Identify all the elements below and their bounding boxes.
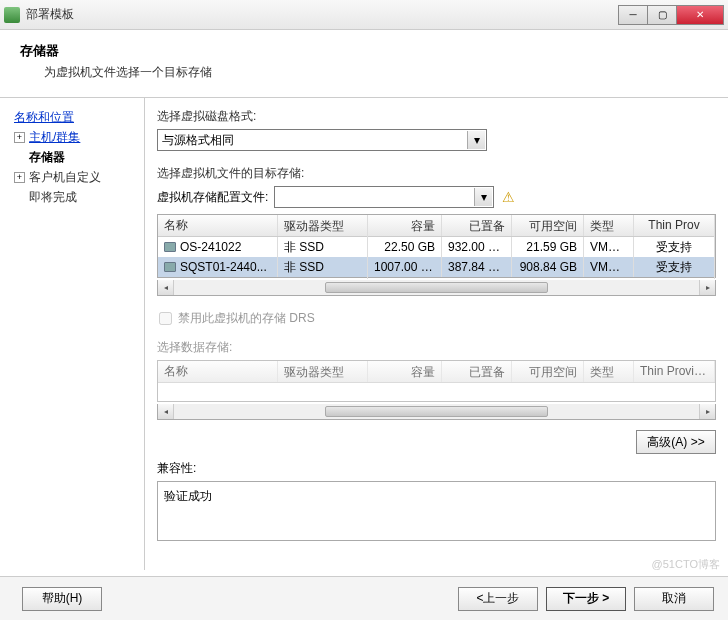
window-title: 部署模板 xyxy=(26,6,619,23)
compatibility-label: 兼容性: xyxy=(157,460,716,477)
close-button[interactable]: ✕ xyxy=(676,5,724,25)
col-thin[interactable]: Thin Prov xyxy=(634,215,715,236)
datastore-select-label: 选择数据存储: xyxy=(157,339,716,356)
disk-format-label: 选择虚拟磁盘格式: xyxy=(157,108,716,125)
step-label: 存储器 xyxy=(29,150,65,164)
main-area: 名称和位置 +主机/群集 存储器 +客户机自定义 即将完成 选择虚拟磁盘格式: … xyxy=(0,98,728,570)
cell-drive: 非 SSD xyxy=(278,256,368,279)
app-icon xyxy=(4,7,20,23)
chevron-down-icon: ▾ xyxy=(474,188,492,206)
step-label: 名称和位置 xyxy=(14,110,74,124)
scroll-left-icon[interactable]: ◂ xyxy=(158,280,174,295)
cell-prov: 387.84 GB xyxy=(442,257,512,277)
col-drive-type[interactable]: 驱动器类型 xyxy=(278,215,368,236)
storage-profile-select[interactable]: ▾ xyxy=(274,186,494,208)
wizard-header: 存储器 为虚拟机文件选择一个目标存储 xyxy=(0,30,728,98)
advanced-row: 高级(A) >> xyxy=(157,430,716,454)
compatibility-box: 验证成功 xyxy=(157,481,716,541)
cancel-button[interactable]: 取消 xyxy=(634,587,714,611)
col-capacity: 容量 xyxy=(368,361,442,382)
scroll-thumb[interactable] xyxy=(325,282,548,293)
wizard-steps-sidebar: 名称和位置 +主机/群集 存储器 +客户机自定义 即将完成 xyxy=(0,98,145,570)
step-label: 即将完成 xyxy=(29,190,77,204)
step-host-cluster[interactable]: +主机/群集 xyxy=(14,128,136,146)
datastore-table: 名称 驱动器类型 容量 已置备 可用空间 类型 Thin Prov OS-241… xyxy=(157,214,716,278)
step-name-location[interactable]: 名称和位置 xyxy=(14,108,136,126)
help-button[interactable]: 帮助(H) xyxy=(22,587,102,611)
col-type[interactable]: 类型 xyxy=(584,215,634,236)
cell-free: 908.84 GB xyxy=(512,257,584,277)
disable-storage-drs-checkbox xyxy=(159,312,172,325)
profile-label: 虚拟机存储配置文件: xyxy=(157,189,268,206)
scroll-right-icon[interactable]: ▸ xyxy=(699,280,715,295)
expand-icon[interactable]: + xyxy=(14,172,25,183)
col-capacity[interactable]: 容量 xyxy=(368,215,442,236)
maximize-button[interactable]: ▢ xyxy=(647,5,677,25)
table-scrollbar-2: ◂ ▸ xyxy=(157,404,716,420)
col-thin: Thin Provision xyxy=(634,361,715,382)
col-provisioned[interactable]: 已置备 xyxy=(442,215,512,236)
col-free: 可用空间 xyxy=(512,361,584,382)
datastore-icon xyxy=(164,242,176,252)
cell-thin: 受支持 xyxy=(634,256,715,279)
scroll-right-icon: ▸ xyxy=(699,404,715,419)
disk-format-value: 与源格式相同 xyxy=(162,132,234,149)
step-storage[interactable]: 存储器 xyxy=(14,148,136,166)
col-provisioned: 已置备 xyxy=(442,361,512,382)
datastore-secondary-table: 名称 驱动器类型 容量 已置备 可用空间 类型 Thin Provision xyxy=(157,360,716,402)
step-label: 客户机自定义 xyxy=(29,170,101,184)
datastore-icon xyxy=(164,262,176,272)
warning-icon: ⚠ xyxy=(502,189,515,205)
step-guest-customization[interactable]: +客户机自定义 xyxy=(14,168,136,186)
minimize-button[interactable]: ─ xyxy=(618,5,648,25)
step-label: 主机/群集 xyxy=(29,130,80,144)
target-storage-label: 选择虚拟机文件的目标存储: xyxy=(157,165,716,182)
titlebar: 部署模板 ─ ▢ ✕ xyxy=(0,0,728,30)
col-name[interactable]: 名称 xyxy=(158,215,278,236)
content-panel: 选择虚拟磁盘格式: 与源格式相同 ▾ 选择虚拟机文件的目标存储: 虚拟机存储配置… xyxy=(145,98,728,570)
storage-profile-row: 虚拟机存储配置文件: ▾ ⚠ xyxy=(157,186,716,208)
col-name: 名称 xyxy=(158,361,278,382)
cell-cap: 1007.00 GB xyxy=(368,257,442,277)
window-controls: ─ ▢ ✕ xyxy=(619,5,724,25)
table-scrollbar[interactable]: ◂ ▸ xyxy=(157,280,716,296)
expand-icon[interactable]: + xyxy=(14,132,25,143)
page-subtitle: 为虚拟机文件选择一个目标存储 xyxy=(44,64,708,81)
scroll-thumb xyxy=(325,406,548,417)
table-row-empty xyxy=(158,383,715,401)
cell-cap: 22.50 GB xyxy=(368,237,442,257)
table-row[interactable]: SQST01-2440... 非 SSD 1007.00 GB 387.84 G… xyxy=(158,257,715,277)
cell-name: OS-241022 xyxy=(180,240,241,254)
col-free[interactable]: 可用空间 xyxy=(512,215,584,236)
step-ready-complete[interactable]: 即将完成 xyxy=(14,188,136,206)
chevron-down-icon: ▾ xyxy=(467,131,485,149)
wizard-footer: 帮助(H) <上一步 下一步 > 取消 xyxy=(0,576,728,620)
table-header: 名称 驱动器类型 容量 已置备 可用空间 类型 Thin Provision xyxy=(158,361,715,383)
col-drive-type: 驱动器类型 xyxy=(278,361,368,382)
scroll-left-icon: ◂ xyxy=(158,404,174,419)
cell-type: VMFS5 xyxy=(584,237,634,257)
back-button[interactable]: <上一步 xyxy=(458,587,538,611)
disable-storage-drs-row: 禁用此虚拟机的存储 DRS xyxy=(159,310,716,327)
cell-type: VMFS5 xyxy=(584,257,634,277)
cell-prov: 932.00 MB xyxy=(442,237,512,257)
next-button[interactable]: 下一步 > xyxy=(546,587,626,611)
disk-format-select[interactable]: 与源格式相同 ▾ xyxy=(157,129,487,151)
table-header: 名称 驱动器类型 容量 已置备 可用空间 类型 Thin Prov xyxy=(158,215,715,237)
col-type: 类型 xyxy=(584,361,634,382)
advanced-button[interactable]: 高级(A) >> xyxy=(636,430,716,454)
page-title: 存储器 xyxy=(20,42,708,60)
table-row[interactable]: OS-241022 非 SSD 22.50 GB 932.00 MB 21.59… xyxy=(158,237,715,257)
disable-storage-drs-label: 禁用此虚拟机的存储 DRS xyxy=(178,310,315,327)
cell-name: SQST01-2440... xyxy=(180,260,267,274)
compatibility-text: 验证成功 xyxy=(164,489,212,503)
cell-free: 21.59 GB xyxy=(512,237,584,257)
